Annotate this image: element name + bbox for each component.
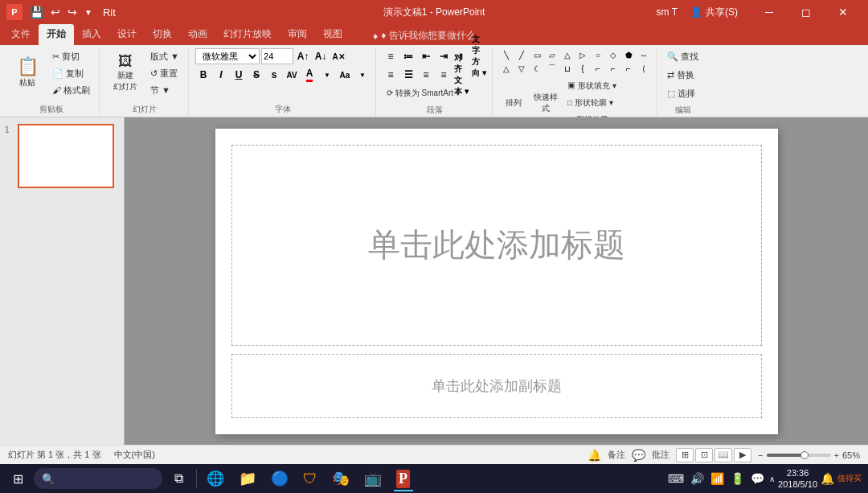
new-slide-button[interactable]: 🖼 新建幻灯片 [106,48,145,98]
slide-canvas[interactable]: 单击此处添加标题 单击此处添加副标题 [215,129,778,434]
subtitle-placeholder[interactable]: 单击此处添加副标题 [231,354,762,418]
slide-preview-1[interactable] [18,124,114,188]
tab-animations[interactable]: 动画 [180,24,215,45]
font-size-input[interactable] [261,48,293,64]
taskbar-app5-button[interactable]: 🎭 [326,465,356,492]
bullet-list-button[interactable]: ≡ [383,48,399,64]
search-bar[interactable]: 🔍 [34,468,162,489]
tray-icon-4[interactable]: 🔋 [729,470,746,487]
tray-icon-5[interactable]: 💬 [749,470,766,487]
shape-btn-14[interactable]: ⌒ [545,62,559,75]
font-color-button[interactable]: A [301,67,317,83]
tab-view[interactable]: 视图 [315,24,350,45]
clear-format-button[interactable]: A✕ [330,48,346,64]
taskbar-explorer-button[interactable]: 📁 [232,465,263,492]
font-size-increase[interactable]: A↑ [295,48,311,64]
tab-file[interactable]: 文件 [3,24,39,45]
align-left-button[interactable]: ≡ [383,67,399,83]
tray-overflow[interactable]: ∧ [769,475,775,483]
shape-btn-7[interactable]: ○ [591,48,605,61]
decrease-indent-button[interactable]: ⇤ [418,48,434,64]
normal-view-button[interactable]: ⊞ [676,448,694,462]
text-direction-button[interactable]: 文字方向 ▾ [471,48,487,64]
find-button[interactable]: 🔍 查找 [663,48,702,64]
align-right-button[interactable]: ≡ [418,67,434,83]
tab-insert[interactable]: 插入 [74,24,109,45]
font-selector-button[interactable]: Aa [337,67,353,83]
shape-btn-11[interactable]: △ [499,62,514,75]
shape-btn-12[interactable]: ▽ [514,62,529,75]
shape-btn-16[interactable]: { [575,62,590,75]
increase-indent-button[interactable]: ⇥ [436,48,452,64]
line-spacing-button[interactable]: 对齐文本 ▾ [453,67,469,83]
tab-review[interactable]: 审阅 [280,24,315,45]
slide-sorter-button[interactable]: ⊡ [695,448,713,462]
backup-button[interactable]: 🔔 [588,449,601,462]
shadow-button[interactable]: s [266,67,282,83]
shape-btn-15[interactable]: ⊔ [560,62,575,75]
layout-button[interactable]: 版式 ▼ [146,48,183,64]
shape-btn-9[interactable]: ⬟ [621,48,636,61]
shape-fill-button[interactable]: ▣ 形状填充 ▾ [563,78,620,94]
tray-icon-3[interactable]: 📶 [709,470,726,487]
comments-icon[interactable]: 💬 [632,449,645,462]
shape-btn-19[interactable]: ⌐ [621,62,636,75]
reset-button[interactable]: ↺ 重置 [146,65,183,81]
undo-button[interactable]: ↩ [48,4,63,20]
reading-view-button[interactable]: 📖 [714,448,732,462]
minimize-button[interactable]: ─ [751,0,788,24]
taskbar-edge-button[interactable]: 🌐 [200,465,231,492]
shape-btn-13[interactable]: ☾ [530,62,544,75]
tray-icon-1[interactable]: ⌨ [666,470,686,487]
zoom-out-button[interactable]: − [758,450,763,460]
char-spacing-button[interactable]: AV [284,67,300,83]
notification-button[interactable]: 🔔 [821,472,834,485]
shape-btn-2[interactable]: ╱ [514,48,529,61]
tab-home[interactable]: 开始 [39,24,74,45]
format-painter-button[interactable]: 🖌 格式刷 [48,82,94,98]
font-color-selector[interactable]: ▼ [319,67,335,83]
zoom-thumb[interactable] [800,451,809,459]
slideshow-button[interactable]: ▶ [734,448,751,462]
quick-styles-button[interactable]: 快速样式 [531,91,560,115]
cut-button[interactable]: ✂ 剪切 [48,48,94,64]
shape-btn-17[interactable]: ⌐ [591,62,605,75]
align-center-button[interactable]: ☰ [400,67,416,83]
share-button[interactable]: 👤 共享(S) [684,4,744,21]
shape-btn-1[interactable]: ╲ [499,48,514,61]
shape-btn-3[interactable]: ▭ [530,48,544,61]
close-button[interactable]: ✕ [825,0,862,24]
shape-btn-5[interactable]: △ [560,48,575,61]
strikethrough-button[interactable]: S [248,67,264,83]
smartart-button[interactable]: ⟳ 转换为 SmartArt ▾ [383,85,464,101]
select-button[interactable]: ⬚ 选择 [663,85,699,101]
taskbar-powerpoint-button[interactable]: P [390,465,416,492]
italic-button[interactable]: I [213,67,229,83]
font-selector[interactable]: 微软雅黑 [195,48,260,64]
customize-qat-button[interactable]: ▼ [82,6,95,18]
restore-button[interactable]: ◻ [788,0,825,24]
justify-button[interactable]: ≡ [436,67,452,83]
shape-btn-8[interactable]: ◇ [606,48,620,61]
shape-btn-10[interactable]: ↔ [637,48,651,61]
zoom-in-button[interactable]: + [834,450,839,460]
underline-button[interactable]: U [231,67,247,83]
font-size-decrease[interactable]: A↓ [313,48,329,64]
arrange-button[interactable]: 排列 [499,91,528,115]
section-button[interactable]: 节 ▼ [146,82,183,98]
shape-btn-6[interactable]: ▷ [575,48,590,61]
title-placeholder[interactable]: 单击此处添加标题 [231,145,762,346]
slide-thumbnail-1[interactable]: 1 [5,124,119,188]
shape-btn-4[interactable]: ▱ [545,48,559,61]
subtitle-text[interactable]: 单击此处添加副标题 [432,376,562,396]
taskbar-app3-button[interactable]: 🔵 [264,465,295,492]
task-view-button[interactable]: ⧉ [164,465,193,492]
title-text[interactable]: 单击此处添加标题 [368,223,625,267]
shape-outline-button[interactable]: □ 形状轮廓 ▾ [563,95,620,111]
shape-btn-18[interactable]: ⌐ [606,62,620,75]
tab-design[interactable]: 设计 [109,24,145,45]
tab-transitions[interactable]: 切换 [145,24,180,45]
copy-button[interactable]: 📄 复制 [48,65,94,81]
redo-button[interactable]: ↪ [65,4,80,20]
search-box[interactable]: ♦ ♦ 告诉我你想要做什么 [366,27,482,45]
